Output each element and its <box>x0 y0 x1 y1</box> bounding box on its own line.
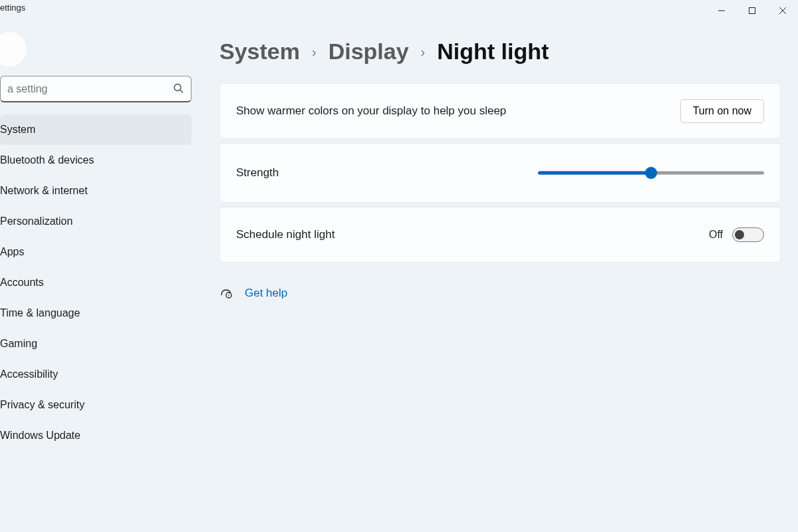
sidebar-item-privacy[interactable]: Privacy & security <box>0 390 192 420</box>
sidebar-item-label: Gaming <box>0 338 37 350</box>
sidebar-item-label: Bluetooth & devices <box>0 154 94 166</box>
minimize-button[interactable] <box>706 0 737 21</box>
account-row[interactable] <box>0 27 198 72</box>
close-icon <box>779 7 787 15</box>
sidebar-item-network[interactable]: Network & internet <box>0 176 192 206</box>
main-content: System › Display › Night light Show warm… <box>219 39 781 532</box>
schedule-toggle[interactable] <box>732 227 764 242</box>
sidebar-item-label: Privacy & security <box>0 399 84 411</box>
page-title: Night light <box>437 39 549 65</box>
chevron-right-icon: › <box>421 45 426 60</box>
card-description: Show warmer colors on your display to he… <box>219 83 781 139</box>
sidebar-nav: System Bluetooth & devices Network & int… <box>0 114 198 451</box>
toggle-knob <box>735 230 744 239</box>
schedule-label: Schedule night light <box>236 228 334 241</box>
sidebar-item-label: Accounts <box>0 277 44 289</box>
sidebar-item-label: Network & internet <box>0 185 88 197</box>
card-schedule: Schedule night light Off <box>219 207 781 263</box>
sidebar-item-label: Time & language <box>0 307 80 319</box>
turn-on-button[interactable]: Turn on now <box>680 99 764 123</box>
sidebar-item-time[interactable]: Time & language <box>0 298 192 329</box>
maximize-icon <box>748 7 756 15</box>
window-title: ettings <box>0 0 25 13</box>
strength-label: Strength <box>236 166 279 180</box>
title-bar: ettings <box>0 0 798 24</box>
search-icon <box>173 83 184 96</box>
avatar <box>0 32 27 66</box>
search-input[interactable] <box>0 76 192 102</box>
svg-line-5 <box>180 90 183 93</box>
minimize-icon <box>718 7 726 15</box>
window-controls <box>706 0 798 21</box>
sidebar-item-label: System <box>0 124 35 136</box>
sidebar-item-personalization[interactable]: Personalization <box>0 206 192 237</box>
card-strength: Strength <box>219 143 781 203</box>
sidebar-item-label: Apps <box>0 246 24 258</box>
sidebar-item-accessibility[interactable]: Accessibility <box>0 359 192 390</box>
breadcrumb: System › Display › Night light <box>219 39 781 65</box>
help-link[interactable]: Get help <box>245 287 287 300</box>
sidebar-item-system[interactable]: System <box>0 114 192 145</box>
maximize-button[interactable] <box>737 0 767 21</box>
chevron-right-icon: › <box>312 45 317 60</box>
sidebar-item-accounts[interactable]: Accounts <box>0 267 192 298</box>
schedule-state: Off <box>709 229 723 241</box>
sidebar-item-bluetooth[interactable]: Bluetooth & devices <box>0 145 192 176</box>
sidebar: System Bluetooth & devices Network & int… <box>0 27 198 532</box>
sidebar-item-label: Windows Update <box>0 430 80 442</box>
description-text: Show warmer colors on your display to he… <box>236 104 506 118</box>
svg-point-4 <box>174 84 181 91</box>
help-row: ? Get help <box>219 285 781 301</box>
breadcrumb-system[interactable]: System <box>219 39 300 65</box>
sidebar-item-label: Accessibility <box>0 368 58 380</box>
breadcrumb-display[interactable]: Display <box>329 39 409 65</box>
help-icon: ? <box>219 285 233 301</box>
sidebar-item-update[interactable]: Windows Update <box>0 420 192 451</box>
close-button[interactable] <box>767 0 798 21</box>
slider-fill <box>538 172 651 175</box>
sidebar-item-label: Personalization <box>0 215 72 227</box>
strength-slider[interactable] <box>538 166 764 180</box>
slider-thumb[interactable] <box>645 167 657 179</box>
sidebar-item-gaming[interactable]: Gaming <box>0 329 192 359</box>
sidebar-item-apps[interactable]: Apps <box>0 237 192 267</box>
search-wrap <box>0 76 192 102</box>
svg-rect-1 <box>749 8 755 14</box>
